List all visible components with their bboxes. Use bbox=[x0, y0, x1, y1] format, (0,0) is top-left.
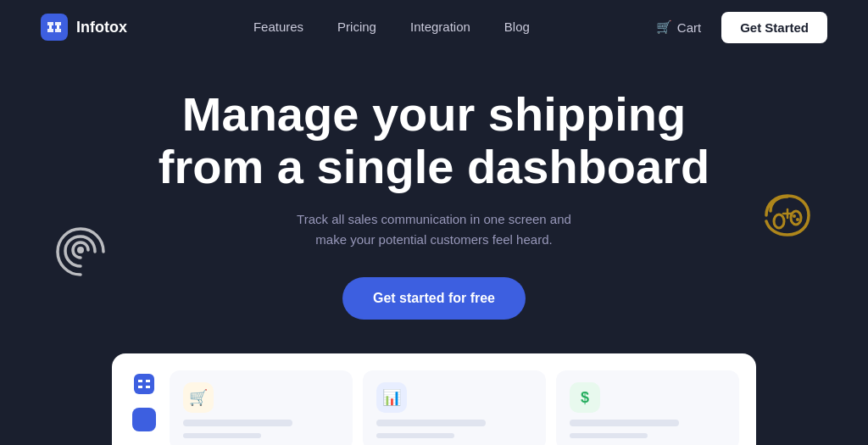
svg-point-7 bbox=[796, 218, 799, 221]
dashboard-nav-dot bbox=[132, 408, 156, 431]
hero-section: Manage your shipping from a single dashb… bbox=[0, 54, 868, 445]
dashboard-preview: 🛒 📊 $ bbox=[112, 353, 756, 445]
card-bar-sm-1 bbox=[183, 433, 261, 438]
hero-subtitle: Track all sales communication in one scr… bbox=[281, 209, 587, 250]
card-icon-cart: 🛒 bbox=[183, 382, 214, 413]
logo[interactable]: Infotox bbox=[41, 14, 127, 41]
svg-rect-8 bbox=[134, 374, 154, 394]
logo-icon bbox=[41, 14, 68, 41]
nav-features[interactable]: Features bbox=[253, 19, 303, 34]
nav-links: Features Pricing Integration Blog bbox=[253, 19, 530, 35]
dashboard-logo-icon bbox=[134, 374, 154, 394]
nav-blog[interactable]: Blog bbox=[504, 19, 530, 34]
card-icon-chart: 📊 bbox=[376, 382, 407, 413]
card-bar-1 bbox=[183, 420, 292, 426]
get-started-nav-button[interactable]: Get Started bbox=[721, 12, 827, 43]
hero-cta-button[interactable]: Get started for free bbox=[342, 277, 526, 320]
svg-point-2 bbox=[774, 214, 784, 228]
navbar: Infotox Features Pricing Integration Blo… bbox=[0, 0, 868, 54]
card-bar-2 bbox=[376, 420, 486, 426]
card-bar-sm-2 bbox=[376, 433, 454, 438]
svg-point-1 bbox=[77, 247, 84, 253]
card-icon-dollar: $ bbox=[570, 382, 600, 413]
cart-button[interactable]: 🛒 Cart bbox=[656, 19, 701, 35]
logo-text: Infotox bbox=[76, 19, 127, 36]
nav-right: 🛒 Cart Get Started bbox=[656, 12, 827, 43]
gamepad-decoration bbox=[754, 186, 821, 245]
svg-point-6 bbox=[793, 214, 796, 218]
nav-pricing[interactable]: Pricing bbox=[337, 19, 376, 34]
dashboard-card-3: $ bbox=[556, 370, 739, 445]
cart-label: Cart bbox=[677, 20, 701, 35]
dashboard-sidebar bbox=[129, 370, 159, 431]
card-bar-sm-3 bbox=[570, 433, 648, 438]
cart-icon: 🛒 bbox=[656, 19, 672, 35]
dashboard-card-1: 🛒 bbox=[170, 370, 353, 445]
nav-integration[interactable]: Integration bbox=[410, 19, 470, 34]
card-bar-3 bbox=[570, 420, 679, 426]
hero-title: Manage your shipping from a single dashb… bbox=[159, 88, 709, 192]
swirl-decoration bbox=[51, 224, 110, 283]
dashboard-card-2: 📊 bbox=[363, 370, 546, 445]
dashboard-cards: 🛒 📊 $ bbox=[170, 370, 739, 445]
svg-rect-0 bbox=[41, 14, 68, 41]
